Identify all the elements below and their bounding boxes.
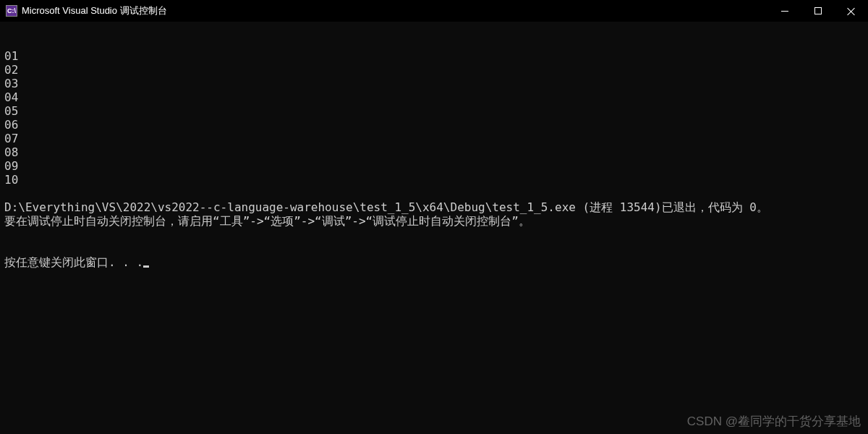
close-icon — [847, 7, 856, 15]
console-line: 02 — [4, 63, 864, 77]
close-button[interactable] — [835, 0, 868, 22]
console-line: 07 — [4, 132, 864, 145]
console-line: 04 — [4, 90, 864, 104]
maximize-icon — [814, 7, 822, 14]
console-line: 要在调试停止时自动关闭控制台，请启用“工具”->“选项”->“调试”->“调试停… — [4, 214, 864, 228]
console-line: 10 — [4, 173, 864, 187]
window-controls — [768, 0, 868, 22]
titlebar-left: C:\ Microsoft Visual Studio 调试控制台 — [6, 4, 167, 17]
console-line — [4, 187, 864, 200]
minimize-button[interactable] — [768, 0, 801, 22]
console-line: 05 — [4, 104, 864, 118]
console-output: 01020304050607080910 D:\Everything\VS\20… — [0, 22, 868, 283]
console-line: 09 — [4, 159, 864, 173]
console-line: 03 — [4, 77, 864, 90]
titlebar: C:\ Microsoft Visual Studio 调试控制台 — [0, 0, 868, 22]
console-line: 01 — [4, 49, 864, 63]
minimize-icon — [781, 11, 788, 12]
window-title: Microsoft Visual Studio 调试控制台 — [22, 4, 167, 17]
cursor — [143, 265, 149, 268]
prompt-line: 按任意键关闭此窗口. . . — [4, 255, 864, 269]
console-line: 06 — [4, 118, 864, 132]
console-line: 08 — [4, 145, 864, 159]
watermark: CSDN @鲞同学的干货分享基地 — [687, 413, 861, 430]
console-line: D:\Everything\VS\2022\vs2022--c-language… — [4, 200, 864, 214]
app-icon: C:\ — [6, 5, 17, 17]
maximize-button[interactable] — [801, 0, 835, 22]
